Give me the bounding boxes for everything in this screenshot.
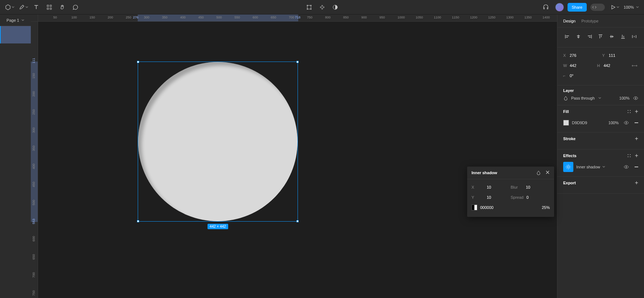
share-button[interactable]: Share [568, 3, 587, 12]
remove-fill[interactable] [635, 122, 638, 123]
mask-icon [332, 4, 338, 10]
play-icon [611, 5, 616, 10]
effect-settings-button[interactable] [563, 162, 573, 172]
pen-tool[interactable] [17, 1, 29, 13]
eye-icon[interactable] [633, 96, 638, 101]
align-left[interactable] [563, 33, 571, 41]
svg-marker-0 [6, 5, 10, 10]
align-vcenter[interactable] [608, 33, 616, 41]
add-effect[interactable]: + [635, 152, 638, 159]
eye-icon[interactable] [624, 120, 629, 125]
present-button[interactable] [608, 1, 620, 13]
page-selector[interactable]: Page 1 [0, 14, 31, 26]
style-icon[interactable] [627, 154, 631, 158]
align-right[interactable] [586, 33, 594, 41]
ruler-horizontal[interactable]: 276 718 50100150200250300350400450500550… [38, 14, 557, 22]
ellipse-shape[interactable] [138, 62, 298, 221]
hand-tool[interactable] [57, 1, 68, 13]
x-field[interactable]: X276 [563, 53, 599, 58]
ruler-tick: 100 [71, 16, 77, 19]
shape-tool[interactable] [3, 1, 15, 13]
component-tool[interactable] [316, 1, 328, 13]
shadow-opacity[interactable]: 25% [542, 205, 550, 210]
zoom-control[interactable]: 100% [622, 5, 641, 9]
add-stroke[interactable]: + [635, 135, 638, 142]
y-field[interactable]: Y111 [602, 53, 639, 58]
ruler-tick: 600 [253, 16, 258, 19]
shadow-color-swatch[interactable] [471, 205, 477, 210]
shadow-color-hex[interactable]: 000000 [480, 205, 542, 210]
hexagon-icon [5, 4, 11, 10]
sun-icon [565, 164, 571, 170]
popup-title: Inner shadow [471, 171, 497, 175]
ruler-vertical[interactable]: 111 553 15020025030035040045050060065070… [31, 22, 38, 298]
ruler-tick: 300 [144, 16, 149, 19]
lock-aspect[interactable]: ⟷ [631, 63, 638, 68]
svg-rect-4 [50, 8, 51, 9]
shadow-y-field[interactable]: Y10 [471, 195, 511, 200]
add-fill[interactable]: + [635, 108, 638, 115]
transform-section: X276 Y111 W442 H442 ⟷ ⌐0° [557, 47, 644, 85]
ruler-tick: 750 [32, 290, 36, 296]
eye-icon[interactable] [624, 164, 629, 169]
layer-opacity[interactable]: 100% [619, 96, 630, 100]
blend-icon [563, 96, 568, 101]
selection-box[interactable]: 442 × 442 [138, 62, 298, 222]
shadow-blur-field[interactable]: Blur10 [511, 185, 550, 189]
align-bottom[interactable] [619, 33, 627, 41]
handle-br[interactable] [296, 220, 299, 222]
effect-type-select[interactable]: Inner shadow [576, 165, 621, 169]
shadow-spread-field[interactable]: Spread0 [511, 195, 550, 200]
fill-opacity[interactable]: 100% [608, 121, 619, 125]
comment-tool[interactable] [70, 1, 81, 13]
remove-effect[interactable] [635, 167, 638, 167]
canvas[interactable]: 442 × 442 [38, 22, 557, 298]
ruler-tick: 1000 [398, 16, 405, 19]
svg-point-22 [626, 167, 627, 168]
tab-design[interactable]: Design [563, 19, 576, 23]
handle-tl[interactable] [137, 61, 139, 63]
mask-tool[interactable] [329, 1, 341, 13]
ruler-tick: 500 [32, 200, 36, 205]
svg-rect-1 [47, 5, 49, 7]
style-icon[interactable] [627, 109, 631, 114]
align-hcenter[interactable] [574, 33, 582, 41]
grid-icon [46, 4, 52, 10]
ruler-tick: 750 [307, 16, 312, 19]
text-tool[interactable] [30, 1, 42, 13]
svg-rect-5 [307, 5, 311, 9]
h-field[interactable]: H442 [597, 63, 628, 68]
shadow-x-field[interactable]: X10 [471, 185, 511, 189]
layer-item-selected[interactable] [0, 26, 31, 43]
pen-icon [19, 4, 25, 10]
resources-tool[interactable] [43, 1, 55, 13]
blend-icon[interactable] [536, 170, 541, 175]
align-top[interactable] [597, 33, 604, 41]
zoom-value: 100% [624, 5, 634, 9]
ruler-tick: 1150 [452, 16, 459, 19]
handle-bl[interactable] [137, 220, 139, 222]
ruler-tick: 200 [32, 91, 36, 97]
close-icon[interactable] [545, 170, 550, 175]
support-button[interactable] [540, 1, 552, 13]
align-distribute[interactable] [630, 33, 638, 41]
dev-mode-toggle[interactable] [590, 4, 605, 11]
ruler-tick: 350 [32, 146, 36, 151]
fill-swatch[interactable] [563, 120, 569, 126]
w-field[interactable]: W442 [563, 63, 594, 68]
fill-hex[interactable]: D9D9D9 [572, 121, 606, 125]
svg-rect-3 [47, 8, 49, 9]
ruler-tick: 1300 [506, 16, 514, 19]
avatar[interactable] [555, 3, 564, 12]
selection-dimensions: 442 × 442 [208, 224, 228, 229]
chevron-down-icon [598, 97, 601, 100]
rotation-field[interactable]: ⌐0° [563, 74, 638, 78]
add-export[interactable]: + [635, 180, 638, 186]
fill-section: Fill + D9D9D9 100% [557, 105, 644, 133]
handle-tr[interactable] [296, 61, 299, 63]
frame-tool[interactable] [303, 1, 315, 13]
ruler-tick: 550 [234, 16, 240, 19]
tab-prototype[interactable]: Prototype [581, 19, 598, 23]
effects-title: Effects [563, 154, 577, 158]
blend-mode-select[interactable]: Pass through [563, 96, 601, 101]
